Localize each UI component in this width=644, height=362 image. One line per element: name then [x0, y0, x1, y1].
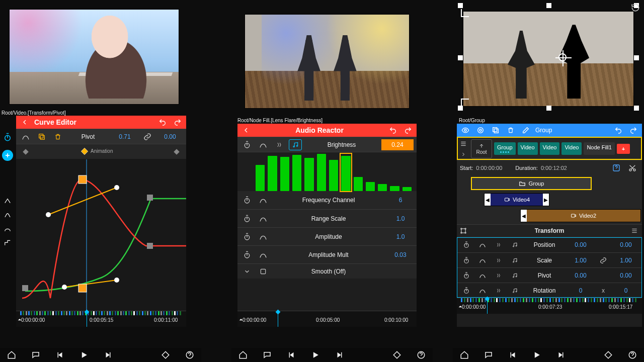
- link-icon[interactable]: [597, 255, 610, 266]
- brightness-value[interactable]: 0.24: [381, 139, 414, 150]
- curve-icon[interactable]: [257, 213, 270, 224]
- keyframe-marker-icon[interactable]: [80, 147, 89, 155]
- step-back-icon[interactable]: [507, 349, 518, 360]
- value-b[interactable]: 0: [613, 287, 639, 294]
- start-value[interactable]: 0:00:00:00: [476, 165, 502, 171]
- track-video4[interactable]: ◀ Video4 ▶: [484, 193, 549, 206]
- target-icon[interactable]: [475, 125, 486, 136]
- timer-icon[interactable]: [240, 231, 254, 242]
- step-fwd-icon[interactable]: [334, 349, 345, 360]
- shape-tri-icon[interactable]: [4, 197, 12, 204]
- second-value[interactable]: 0.00: [157, 133, 183, 140]
- curve-icon[interactable]: [257, 249, 270, 260]
- pulse-icon[interactable]: [492, 255, 505, 266]
- shape-step-icon[interactable]: [4, 239, 12, 246]
- track-video2[interactable]: ◀ Video2: [520, 209, 641, 222]
- handle-right[interactable]: [634, 55, 639, 60]
- timer-icon[interactable]: [460, 239, 473, 250]
- spectrum-bar[interactable]: [317, 154, 326, 191]
- value-a[interactable]: 0.00: [568, 272, 594, 279]
- redo-icon[interactable]: [628, 125, 639, 136]
- edit-icon[interactable]: [520, 125, 531, 136]
- diamond-icon[interactable]: [391, 349, 403, 360]
- next-key-icon[interactable]: [170, 146, 183, 157]
- redo-icon[interactable]: [403, 125, 414, 136]
- checkbox-icon[interactable]: [257, 266, 270, 277]
- curve-icon[interactable]: [257, 139, 270, 150]
- node-chip[interactable]: Video: [561, 142, 582, 155]
- play-icon[interactable]: [78, 349, 90, 360]
- node-chip[interactable]: Video: [540, 142, 560, 155]
- music-icon[interactable]: [289, 139, 302, 150]
- value-a[interactable]: 0.00: [568, 241, 594, 248]
- copy-icon[interactable]: [35, 131, 48, 142]
- pulse-icon[interactable]: [492, 239, 505, 250]
- timer-icon[interactable]: [460, 255, 473, 266]
- timer-icon[interactable]: [460, 285, 473, 296]
- param-value[interactable]: 0.71: [112, 133, 138, 140]
- timer-icon[interactable]: [460, 270, 473, 281]
- handle-bl2[interactable]: [458, 106, 463, 111]
- spectrum-bar[interactable]: [268, 156, 277, 191]
- home-icon[interactable]: [459, 349, 470, 360]
- tracks-area[interactable]: Group ◀ Video4 ▶ ◀ Video2: [457, 175, 642, 224]
- crop-tl-icon[interactable]: [461, 9, 469, 17]
- node-chip[interactable]: Group: [494, 142, 516, 155]
- curve-graph[interactable]: [16, 159, 186, 311]
- spectrum-bar[interactable]: [304, 158, 313, 191]
- handle-left[interactable]: [458, 55, 463, 60]
- curve-icon[interactable]: [476, 285, 489, 296]
- redo-icon[interactable]: [172, 117, 183, 128]
- prev-key-icon[interactable]: [19, 146, 32, 157]
- play-icon[interactable]: [531, 349, 542, 360]
- handle-bottom[interactable]: [546, 106, 551, 111]
- curve-icon[interactable]: [257, 195, 270, 206]
- pulse-icon[interactable]: [492, 270, 505, 281]
- back-icon[interactable]: [240, 125, 252, 136]
- pulse-icon[interactable]: [492, 285, 505, 296]
- value-b[interactable]: 0.00: [613, 241, 639, 248]
- value-b[interactable]: 0.00: [613, 272, 639, 279]
- chat-icon[interactable]: [262, 349, 273, 360]
- chat-icon[interactable]: [483, 349, 494, 360]
- step-fwd-icon[interactable]: [555, 349, 567, 360]
- help-icon[interactable]: [627, 349, 638, 360]
- curve-icon[interactable]: [19, 131, 32, 142]
- duration-value[interactable]: 0:00:12:02: [541, 165, 567, 171]
- timer-icon[interactable]: [240, 249, 254, 260]
- value-a[interactable]: 1.00: [568, 257, 594, 264]
- menu-icon[interactable]: [631, 227, 638, 234]
- chevron-right-icon[interactable]: [460, 151, 466, 157]
- handle-br[interactable]: [634, 106, 639, 111]
- link-icon[interactable]: [141, 131, 154, 142]
- node-chip[interactable]: Video: [518, 142, 538, 155]
- home-icon[interactable]: [6, 349, 17, 360]
- param-value[interactable]: 6: [387, 197, 414, 204]
- timer-icon[interactable]: [240, 195, 254, 206]
- spectrum-bar[interactable]: [378, 184, 387, 191]
- add-node-button[interactable]: +: [617, 144, 630, 154]
- chevron-down-icon[interactable]: [240, 266, 254, 277]
- timer-icon[interactable]: [240, 139, 254, 150]
- spectrum-bar[interactable]: [341, 156, 350, 191]
- timebar-right[interactable]: 0:00:00:00 0:00:07:23 0:00:15:17: [457, 298, 642, 314]
- clip-handle-left[interactable]: ◀: [485, 194, 491, 206]
- node-chip[interactable]: Node Fill1: [584, 142, 615, 155]
- diamond-icon[interactable]: [603, 349, 614, 360]
- spectrum-bar[interactable]: [354, 177, 363, 191]
- collapse-icon[interactable]: [458, 304, 463, 309]
- list-icon[interactable]: [460, 140, 467, 147]
- transform-box-icon[interactable]: [460, 227, 467, 234]
- help-icon[interactable]: [416, 349, 427, 360]
- spectrum-bar[interactable]: [280, 157, 289, 191]
- timer-mode-icon[interactable]: [2, 132, 13, 143]
- step-back-icon[interactable]: [286, 349, 297, 360]
- anchor-icon[interactable]: [558, 53, 567, 61]
- diamond-icon[interactable]: [160, 349, 171, 360]
- curve-icon[interactable]: [257, 231, 270, 242]
- undo-icon[interactable]: [613, 125, 624, 136]
- music-icon[interactable]: [508, 285, 521, 296]
- timer-icon[interactable]: [240, 213, 254, 224]
- audio-spectrum[interactable]: [237, 152, 417, 191]
- eye-icon[interactable]: [460, 125, 471, 136]
